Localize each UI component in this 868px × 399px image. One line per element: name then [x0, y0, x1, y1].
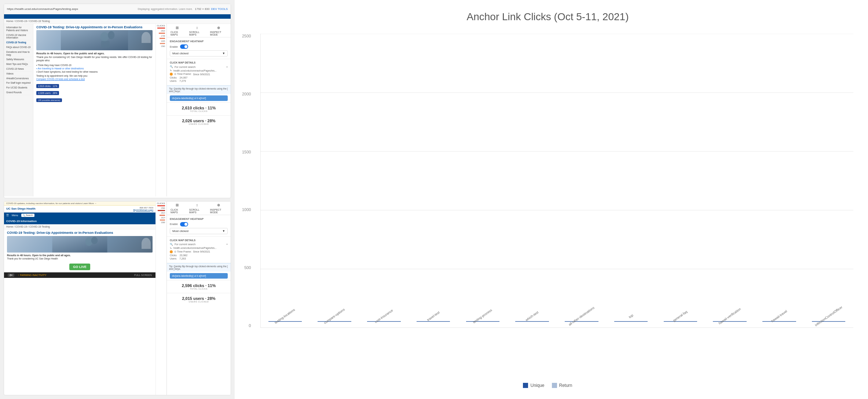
bar-label-which-test: which-test — [517, 305, 546, 327]
page-content-bottom: COVID-19 updates, including vaccine info… — [4, 202, 155, 395]
bar-label-compare-options: compare-options — [320, 305, 349, 327]
users-value-top: 7,279 — [179, 80, 186, 82]
search-row: 🔍 Search — [21, 214, 34, 217]
chart-title: Anchor Link Clicks (Oct 5-11, 2021) — [242, 11, 853, 23]
plus-btn-bottom[interactable]: + — [226, 243, 228, 246]
dropdown-arrow-top: ▼ — [222, 52, 225, 55]
scroll-maps-icon-top: ↕ — [194, 25, 199, 30]
click-map-details-title-bottom: CLICK MAP DETAILS — [170, 239, 228, 242]
svg-rect-0 — [61, 30, 128, 50]
body-paragraph: Thank you for considering UC San Diego H… — [36, 56, 152, 62]
legend-unique-label: Unique — [530, 383, 544, 388]
bar-group-infectionControlOfficer: infectionControlOfficer — [804, 34, 853, 328]
bars-container: testing-locationscompare-optionscost-ins… — [260, 34, 853, 328]
most-clicked-dropdown-top[interactable]: Most clicked ▼ — [170, 50, 228, 57]
nav-item-3[interactable]: COVID-19 Testing — [6, 40, 32, 45]
tip-box-top: Tip: Quickly flip through top clicked el… — [167, 86, 231, 94]
scroll-maps-btn-top[interactable]: ↕ SCROLL MAPS — [189, 25, 205, 36]
for-current-search-top[interactable]: 🔍 For current search + — [170, 65, 228, 68]
click-maps-btn-bottom[interactable]: ⊞ CLICK MAPS — [171, 203, 184, 214]
stat-value-2-bottom: 2,015 users · 28% — [170, 296, 228, 301]
page-url-top: health.ucsd.edu/coronavirus/Pages/tes... — [173, 69, 216, 72]
dev-tools-btn[interactable]: DEV TOOLS — [211, 7, 228, 11]
covid-info-bar: COVID-19 Information — [4, 218, 155, 224]
bar-group-compare-options: compare-options — [310, 34, 359, 328]
click-bar-b3 — [160, 215, 165, 216]
stat-label-1-bottom: TOTAL CLICKS — [170, 288, 228, 290]
nav-item-9[interactable]: Videos — [6, 72, 32, 76]
hero-image-bottom — [7, 236, 153, 253]
nav-item-10[interactable]: #HealthCornerstones — [6, 76, 32, 81]
zoom-badge[interactable]: 2× — [8, 273, 14, 277]
search-label[interactable]: Search — [26, 214, 33, 216]
nav-item-7[interactable]: Meet Tips and FAQs — [6, 62, 32, 67]
heatmap-toggle-top[interactable] — [180, 44, 188, 49]
bottom-screenshot-card: COVID-19 updates, including vaccine info… — [4, 201, 231, 396]
nav-item-1[interactable]: Information for Patients and Visitors — [6, 25, 32, 33]
stat-box-1-top: 2,610 clicks · 11% TOTAL CLICKS — [167, 102, 231, 115]
hotjar-panel-top: ⊞ CLICK MAPS ↕ SCROLL MAPS ⊕ INSPECT MOD… — [166, 24, 231, 196]
nav-item-13[interactable]: Grand Rounds — [6, 90, 32, 95]
nav-item-4[interactable]: FAQs about COVID-19 — [6, 45, 32, 50]
nav-item-5[interactable]: Donations and How to Help — [6, 50, 32, 58]
scroll-maps-btn-bottom[interactable]: ↕ SCROLL MAPS — [189, 203, 205, 214]
bar-label-travel-test: travel-test — [419, 305, 448, 327]
content-area-top: Home / COVID-19 / COVID-19 Testing Infor… — [4, 14, 231, 198]
for-current-search-bottom[interactable]: 🔍 For current search + — [170, 243, 228, 246]
bar-label-testing-locations: testing-locations — [270, 305, 299, 327]
svg-rect-3 — [101, 41, 110, 47]
page-title-bottom: COVID-19 Testing: Drive-Up Appointments … — [7, 231, 153, 235]
time-frame-top: ⊙ Time Frame: Since 9/9/2021 — [170, 73, 228, 76]
ucsd-logo-row: UC San Diego Health 858-657-7000 MyUCSDc… — [4, 206, 155, 213]
click-maps-icon-top: ⊞ — [175, 25, 180, 30]
most-clicked-label-bottom: Most clicked — [172, 229, 188, 233]
full-screen-btn[interactable]: FULL SCREEN — [134, 274, 152, 276]
bar-group-general-faq: general-faq — [656, 34, 705, 328]
users-detail-top: Users 7,279 — [170, 80, 228, 82]
search-icon: 🔍 — [23, 214, 25, 217]
click-maps-btn-top[interactable]: ⊞ CLICK MAPS — [171, 25, 184, 36]
page-content-top: Home / COVID-19 / COVID-19 Testing Infor… — [4, 14, 231, 198]
legend-return-color — [552, 383, 557, 388]
schedule-link[interactable]: Compare COVID-19 tests and schedule a te… — [36, 78, 153, 80]
engagement-section-bottom: ENGAGEMENT HEATMAP Enable Most clicked ▼ — [167, 215, 231, 237]
time-frame-bottom: ⊙ Time Frame: Since 9/9/2021 — [170, 250, 228, 253]
menu-btn[interactable]: Menu — [12, 214, 18, 217]
heatmap-toggle-bottom[interactable] — [180, 222, 188, 226]
site-body-top: Information for Patients and Visitors CO… — [4, 24, 231, 196]
clicks-header-bottom: CLICKS — [157, 202, 165, 204]
nav-item-6[interactable]: Safety Measures — [6, 57, 32, 62]
stat-value-2-top: 2,026 users · 28% — [170, 119, 228, 123]
site-nav-top — [4, 14, 231, 19]
search-icon-bottom: 🔍 — [170, 243, 173, 246]
plus-btn-top[interactable]: + — [226, 66, 228, 68]
browser-buttons-top: 1792 × 830 DEV TOOLS — [195, 7, 228, 11]
svg-point-6 — [91, 237, 98, 244]
heatmap-toggle-label: Enable — [170, 46, 178, 48]
clicks-header: CLICKS — [157, 25, 165, 27]
login-link[interactable]: MyUCSDchart Login — [133, 209, 153, 211]
click-bar-2 — [159, 33, 165, 34]
hamburger-icon[interactable]: ☰ — [6, 214, 9, 217]
most-clicked-dropdown-bottom[interactable]: Most clicked ▼ — [170, 228, 228, 234]
menu-bar: ☰ Menu 🔍 Search — [4, 213, 155, 218]
bullet-2[interactable]: • Are traveling to Hawaii or other desti… — [36, 67, 153, 70]
legend-return-label: Return — [559, 383, 572, 388]
bar-label-top: top — [616, 305, 645, 327]
chart-legend: Unique Return — [242, 383, 853, 388]
clicks-detail-bottom: Clicks 23,982 — [170, 254, 228, 257]
nav-item-8[interactable]: COVID-19 News — [6, 67, 32, 72]
bullet-1: • Think they may have COVID-19 — [36, 64, 153, 67]
go-live-btn[interactable]: GO LIVE — [69, 264, 90, 270]
nav-item-12[interactable]: For UCSD Students — [6, 86, 32, 90]
page-title-top: COVID-19 Testing: Drive-Up Appointments … — [36, 25, 153, 29]
browser-bar-top: https://health.ucsd.edu/coronavirus/Page… — [4, 4, 231, 14]
nav-item-11[interactable]: For Staff login required — [6, 81, 32, 86]
inspect-mode-btn-bottom[interactable]: ⊕ INSPECT MODE — [210, 203, 227, 214]
inspect-mode-icon-bottom: ⊕ — [216, 203, 221, 208]
inspect-mode-btn-top[interactable]: ⊕ INSPECT MODE — [210, 25, 227, 36]
covid-banner-text: COVID-19 updates, including vaccine info… — [6, 202, 96, 204]
nav-item-2[interactable]: COVID-19 Vaccine Information — [6, 33, 32, 41]
page-detail-top: ↳ health.ucsd.edu/coronavirus/Pages/tes.… — [170, 69, 228, 72]
legend-return: Return — [552, 383, 572, 388]
